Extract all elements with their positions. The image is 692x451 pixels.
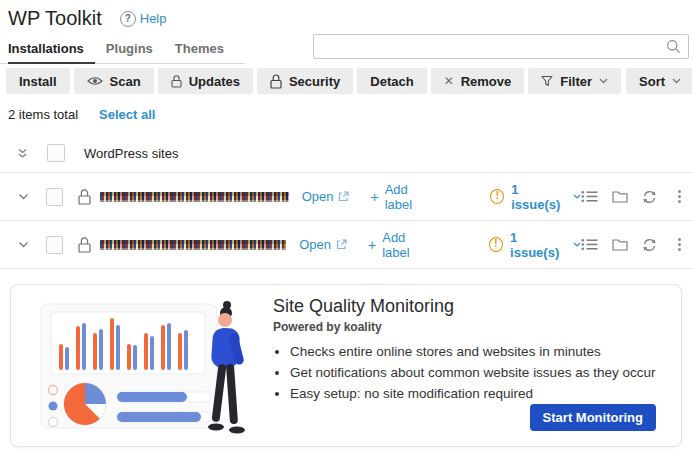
help-label: Help [140, 11, 167, 26]
updates-button[interactable]: Updates [158, 68, 253, 94]
promo-bullet: Checks entire online stores and websites… [290, 341, 655, 362]
detach-button[interactable]: Detach [357, 68, 426, 94]
file-manager-folder-icon[interactable] [612, 190, 628, 203]
chevron-down-icon [599, 78, 608, 84]
security-button[interactable]: Security [257, 68, 353, 94]
group-title: WordPress sites [84, 146, 178, 161]
eye-icon [87, 76, 103, 86]
external-link-icon [338, 191, 349, 202]
promo-bullet: Easy setup: no site modification require… [290, 383, 655, 404]
group-checkbox[interactable] [47, 144, 65, 162]
items-total-text: 2 items total [8, 107, 78, 122]
expand-row-icon[interactable] [18, 241, 29, 248]
remove-button[interactable]: ✕ Remove [431, 68, 525, 94]
scan-button[interactable]: Scan [74, 68, 154, 94]
row-checkbox[interactable] [46, 236, 63, 254]
install-button[interactable]: Install [6, 68, 70, 94]
promo-title: Site Quality Monitoring [273, 296, 454, 317]
redacted-site-name [100, 240, 286, 250]
lock-icon [78, 237, 91, 253]
details-list-icon[interactable] [581, 190, 598, 203]
warning-icon: ! [490, 189, 504, 204]
search-box[interactable] [313, 34, 689, 59]
select-all-link[interactable]: Select all [99, 107, 155, 122]
issues-badge[interactable]: ! 1 issue(s) [490, 182, 581, 212]
promo-subtitle: Powered by koality [273, 320, 382, 334]
kebab-menu[interactable] [676, 188, 683, 205]
issues-badge[interactable]: ! 1 issue(s) [489, 230, 581, 260]
file-manager-folder-icon[interactable] [612, 238, 628, 251]
lock-icon [270, 74, 282, 89]
open-site-link[interactable]: Open [299, 237, 347, 252]
lock-icon [171, 75, 182, 88]
chevron-down-icon [573, 242, 581, 247]
page-title: WP Toolkit [8, 7, 102, 30]
tab-themes[interactable]: Themes [164, 39, 235, 63]
tab-bar: Installations Plugins Themes [0, 39, 245, 64]
tab-installations[interactable]: Installations [8, 39, 95, 64]
funnel-icon [541, 75, 553, 87]
chevron-down-icon [672, 78, 681, 84]
site-row: Open + Add label ! 1 issue(s) [0, 173, 692, 221]
row-checkbox[interactable] [46, 188, 63, 206]
redacted-site-name [100, 192, 289, 202]
tab-plugins[interactable]: Plugins [95, 39, 164, 63]
collapse-all-icon[interactable] [17, 148, 28, 159]
add-label-button[interactable]: + Add label [368, 230, 433, 260]
help-link[interactable]: ? Help [120, 11, 167, 27]
open-site-link[interactable]: Open [302, 189, 350, 204]
plus-icon: + [368, 237, 376, 253]
lock-icon [78, 189, 91, 205]
filter-button[interactable]: Filter [528, 68, 621, 94]
sort-button[interactable]: Sort [626, 68, 692, 94]
start-monitoring-button[interactable]: Start Monitoring [530, 404, 656, 431]
page-header: WP Toolkit ? Help [0, 0, 692, 30]
dashboard-illustration [39, 298, 251, 434]
warning-icon: ! [489, 237, 503, 252]
group-header-wordpress-sites: WordPress sites [0, 134, 692, 173]
expand-row-icon[interactable] [18, 193, 29, 200]
details-list-icon[interactable] [581, 238, 598, 251]
toolbar-right: Filter Sort [528, 68, 692, 94]
row-actions [581, 188, 683, 205]
plus-icon: + [370, 189, 378, 205]
row-actions [581, 236, 683, 253]
list-summary: 2 items total Select all [0, 107, 692, 122]
add-label-button[interactable]: + Add label [370, 182, 434, 212]
search-icon[interactable] [666, 39, 681, 54]
promo-bullet-list: Checks entire online stores and websites… [273, 341, 655, 404]
chevron-down-icon [573, 194, 581, 199]
site-quality-monitoring-card: Site Quality Monitoring Powered by koali… [10, 284, 682, 447]
kebab-menu[interactable] [676, 236, 683, 253]
toolbar: Install Scan Updates Security Detach ✕ R… [0, 68, 692, 94]
help-icon: ? [120, 11, 136, 27]
site-row: Open + Add label ! 1 issue(s) [0, 221, 692, 269]
refresh-icon[interactable] [642, 238, 657, 252]
refresh-icon[interactable] [642, 190, 657, 204]
external-link-icon [336, 239, 347, 250]
promo-bullet: Get notifications about common website i… [290, 362, 655, 383]
search-input[interactable] [321, 38, 666, 55]
close-icon: ✕ [444, 74, 454, 88]
